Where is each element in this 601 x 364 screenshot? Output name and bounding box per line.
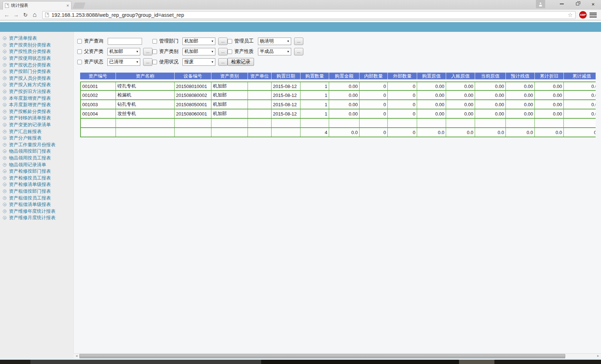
sidebar-item[interactable]: 资产按入账方式报表 bbox=[3, 82, 73, 88]
column-header: 累计减值 bbox=[564, 73, 596, 82]
table-cell: 0.0 bbox=[564, 91, 596, 100]
scroll-right-arrow-icon[interactable]: ► bbox=[595, 354, 601, 358]
bullseye-icon bbox=[3, 216, 6, 220]
scroll-left-arrow-icon[interactable]: ◄ bbox=[74, 354, 79, 358]
table-cell bbox=[417, 119, 446, 128]
sidebar-item[interactable]: 资产工作量按月份报表 bbox=[3, 142, 73, 148]
filter-select[interactable]: 机加部▼ bbox=[107, 48, 140, 55]
minimize-button[interactable] bbox=[554, 0, 570, 8]
sidebar-item[interactable]: 资产租借按员工报表 bbox=[3, 195, 73, 201]
more-button[interactable]: ... bbox=[218, 38, 228, 45]
sidebar-item[interactable]: 资产按状态分类报表 bbox=[3, 62, 73, 68]
filter-checkbox[interactable] bbox=[228, 49, 232, 54]
sidebar-item[interactable]: 资产变更的记录清单 bbox=[3, 122, 73, 128]
filter-select[interactable]: 已清理▼ bbox=[107, 58, 140, 66]
search-records-button[interactable]: 检索记录 bbox=[228, 58, 254, 66]
table-cell: 0.00 bbox=[417, 100, 446, 109]
sidebar-item[interactable]: 资产按使用状态报表 bbox=[3, 55, 73, 62]
filter-select[interactable]: 半成品▼ bbox=[258, 48, 291, 55]
filter-checkbox[interactable] bbox=[152, 49, 157, 54]
table-row[interactable]: 001001镗孔专机201508010001机加部2015-08-1210.00… bbox=[80, 82, 596, 91]
filter-group: 资产类别机加部▼... bbox=[152, 48, 228, 55]
taskbar-sliver bbox=[0, 360, 601, 364]
table-cell: 1 bbox=[300, 82, 329, 91]
sidebar-item[interactable]: 资产按类别分类报表 bbox=[3, 42, 73, 49]
filter-checkbox[interactable] bbox=[77, 49, 82, 54]
bookmark-star-icon[interactable]: ☆ bbox=[568, 11, 573, 18]
table-row[interactable]: 001002检漏机201508080002机加部2015-08-1210.000… bbox=[80, 91, 596, 100]
url-text[interactable]: 192.168.1.253:8088/web_rep_group?group_i… bbox=[52, 12, 565, 18]
close-button[interactable]: × bbox=[585, 0, 601, 8]
table-row[interactable]: 001004攻丝专机201508060001机加部2015-08-1210.00… bbox=[80, 109, 596, 119]
sidebar-item[interactable]: 资产按帐龄分类报表 bbox=[3, 108, 73, 115]
sidebar-item[interactable]: 资产检修清单级报表 bbox=[3, 181, 73, 188]
forward-icon[interactable]: → bbox=[12, 12, 20, 18]
filter-select[interactable]: 杨清明▼ bbox=[258, 38, 291, 45]
adblock-icon[interactable]: ABP bbox=[579, 11, 587, 19]
filter-checkbox[interactable] bbox=[152, 60, 157, 64]
filter-checkbox[interactable] bbox=[77, 60, 82, 64]
table-cell bbox=[360, 119, 388, 128]
sidebar-item[interactable]: 资产租借清单级报表 bbox=[3, 201, 73, 208]
more-button[interactable]: ... bbox=[294, 38, 303, 45]
new-tab-button[interactable] bbox=[73, 3, 85, 9]
column-header: 购置数量 bbox=[300, 73, 329, 82]
browser-tab[interactable]: 统计报表 × bbox=[3, 1, 72, 10]
filter-checkbox[interactable] bbox=[77, 39, 82, 44]
table-cell: 201508050001 bbox=[175, 100, 211, 109]
more-button[interactable]: ... bbox=[294, 48, 303, 55]
scrollbar-thumb[interactable] bbox=[79, 354, 565, 358]
profile-icon[interactable] bbox=[536, 0, 545, 8]
sidebar-item[interactable]: 资产清单报表 bbox=[3, 35, 73, 42]
sidebar-item[interactable]: 物品领用按部门报表 bbox=[3, 148, 73, 155]
sidebar-item-label: 资产分户账报表 bbox=[9, 135, 41, 141]
sidebar-item[interactable]: 本月度新增资产报表 bbox=[3, 102, 73, 108]
table-cell: 0.00 bbox=[446, 91, 475, 100]
tab-close-icon[interactable]: × bbox=[66, 3, 69, 8]
filter-select[interactable]: 机加部▼ bbox=[182, 48, 215, 55]
filter-checkbox[interactable] bbox=[152, 39, 157, 44]
sidebar-item[interactable]: 资产按性质分类报表 bbox=[3, 48, 73, 55]
sidebar-item[interactable]: 资产分户账报表 bbox=[3, 135, 73, 142]
table-cell bbox=[211, 128, 248, 137]
url-bar[interactable]: 192.168.1.253:8088/web_rep_group?group_i… bbox=[42, 11, 576, 19]
filter-select[interactable]: 报废▼ bbox=[182, 58, 215, 66]
more-button[interactable]: ... bbox=[143, 48, 152, 55]
filter-select[interactable]: 机加部▼ bbox=[182, 38, 215, 45]
table-cell bbox=[248, 109, 272, 119]
sidebar-item[interactable]: 物品领用记录清单 bbox=[3, 161, 73, 168]
sidebar-item[interactable]: 资产维修年度统计报表 bbox=[3, 208, 73, 215]
filter-checkbox[interactable] bbox=[228, 39, 232, 44]
sidebar-item[interactable]: 资产维修月度统计报表 bbox=[3, 215, 73, 221]
horizontal-scrollbar[interactable]: ◄ ► bbox=[74, 353, 601, 358]
sidebar-item[interactable]: 资产按部门分类报表 bbox=[3, 68, 73, 75]
sidebar-item[interactable]: 资产租借按部门报表 bbox=[3, 188, 73, 195]
sidebar-item[interactable]: 资产转移的清单报表 bbox=[3, 115, 73, 122]
sidebar-item-label: 资产租借清单级报表 bbox=[9, 201, 51, 208]
sidebar-item[interactable]: 资产按折旧方法报表 bbox=[3, 88, 73, 95]
column-header: 购置日期 bbox=[272, 73, 300, 82]
more-button[interactable]: ... bbox=[143, 58, 152, 66]
sidebar-item[interactable]: 物品领用按员工报表 bbox=[3, 155, 73, 162]
sidebar-item[interactable]: 资产按人员分类报表 bbox=[3, 75, 73, 82]
table-row[interactable]: 001003钻孔专机201508050001机加部2015-08-1210.00… bbox=[80, 100, 596, 109]
sidebar-item[interactable]: 资产汇总账报表 bbox=[3, 128, 73, 135]
more-button[interactable]: ... bbox=[218, 58, 228, 66]
sidebar-item-label: 资产按性质分类报表 bbox=[9, 48, 51, 55]
column-header: 预计残值 bbox=[506, 73, 535, 82]
browser-menu-icon[interactable] bbox=[590, 13, 597, 18]
sidebar-item[interactable]: 资产检修按员工报表 bbox=[3, 174, 73, 181]
back-icon[interactable]: ← bbox=[3, 12, 11, 18]
table-cell: 0 bbox=[388, 82, 417, 91]
restore-button[interactable] bbox=[570, 0, 585, 8]
table-cell: 0.00 bbox=[506, 91, 535, 100]
refresh-icon[interactable]: ↻ bbox=[21, 12, 29, 18]
table-cell bbox=[175, 128, 211, 137]
column-header: 购置金额 bbox=[329, 73, 360, 82]
sidebar-item[interactable]: 本年度新增资产报表 bbox=[3, 95, 73, 102]
asset-search-input[interactable] bbox=[108, 38, 142, 45]
home-icon[interactable]: ⌂ bbox=[31, 11, 39, 19]
table-cell: 机加部 bbox=[211, 100, 248, 109]
sidebar-item[interactable]: 资产检修按部门报表 bbox=[3, 168, 73, 175]
more-button[interactable]: ... bbox=[218, 48, 228, 55]
